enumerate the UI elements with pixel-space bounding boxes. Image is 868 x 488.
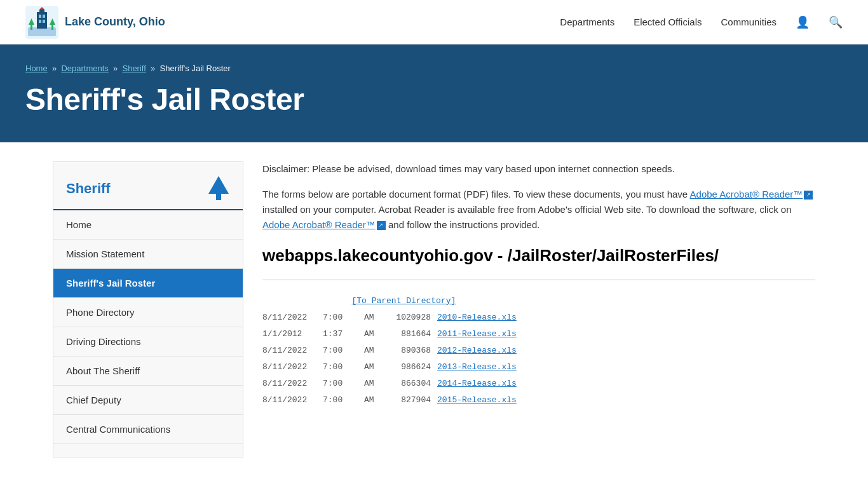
svg-rect-5 <box>39 15 41 18</box>
site-logo[interactable]: Lake County, Ohio <box>25 6 165 39</box>
sidebar-item-driving-directions[interactable]: Driving Directions <box>53 327 243 356</box>
svg-rect-14 <box>216 194 221 200</box>
file-date: 8/11/2022 <box>262 376 316 392</box>
site-header: Lake County, Ohio Departments Elected Of… <box>0 0 868 44</box>
file-row: 8/11/2022 7:00 AM 866304 2014-Release.xl… <box>262 376 815 392</box>
file-ampm: AM <box>364 342 380 359</box>
sidebar-item-home[interactable]: Home <box>53 210 243 240</box>
parent-directory-link[interactable]: [To Parent Directory] <box>262 293 815 309</box>
para1-after: and follow the instructions provided. <box>386 219 540 230</box>
para1-middle: installed on your computer. Acrobat Read… <box>262 204 792 215</box>
file-date: 8/11/2022 <box>262 309 316 326</box>
search-icon[interactable]: 🔍 <box>829 15 843 29</box>
file-size: 881664 <box>386 326 431 342</box>
file-row: 8/11/2022 7:00 AM 890368 2012-Release.xl… <box>262 342 815 359</box>
external-link-icon-2: ↗ <box>377 221 386 230</box>
main-nav: Departments Elected Officials Communitie… <box>560 15 843 29</box>
logo-svg <box>25 6 58 39</box>
nav-departments[interactable]: Departments <box>560 17 614 27</box>
file-link[interactable]: 2015-Release.xls <box>437 392 517 409</box>
svg-rect-8 <box>43 20 45 23</box>
sidebar-pin-icon <box>207 175 230 203</box>
file-row: 8/11/2022 7:00 AM 1020928 2010-Release.x… <box>262 309 815 326</box>
nav-communities[interactable]: Communities <box>721 17 776 27</box>
file-row: 8/11/2022 7:00 AM 986624 2013-Release.xl… <box>262 359 815 376</box>
file-listing-title: webapps.lakecountyohio.gov - /JailRoster… <box>262 245 815 267</box>
file-link[interactable]: 2014-Release.xls <box>437 376 517 392</box>
external-link-icon-1: ↗ <box>804 191 813 200</box>
file-time: 7:00 <box>323 376 358 392</box>
svg-rect-3 <box>39 10 44 15</box>
file-link[interactable]: 2010-Release.xls <box>437 309 517 326</box>
file-link[interactable]: 2012-Release.xls <box>437 342 517 359</box>
file-ampm: AM <box>364 376 380 392</box>
sidebar: Sheriff Home Mission Statement Sheriff's… <box>53 161 243 458</box>
file-listing: [To Parent Directory] 8/11/2022 7:00 AM … <box>262 293 815 409</box>
file-link[interactable]: 2011-Release.xls <box>437 326 517 342</box>
sidebar-title: Sheriff <box>66 180 111 197</box>
acrobat-link-1[interactable]: Adobe Acrobat® Reader™ <box>690 189 803 200</box>
breadcrumb-current: Sheriff's Jail Roster <box>160 64 231 73</box>
breadcrumb-sheriff[interactable]: Sheriff <box>122 64 146 73</box>
disclaimer-text: Disclaimer: Please be advised, download … <box>262 161 815 177</box>
file-date: 8/11/2022 <box>262 342 316 359</box>
hero-banner: Home » Departments » Sheriff » Sheriff's… <box>0 44 868 142</box>
file-listing-divider <box>262 280 815 280</box>
nav-elected-officials[interactable]: Elected Officials <box>634 17 702 27</box>
file-size: 866304 <box>386 376 431 392</box>
file-size: 890368 <box>386 342 431 359</box>
sidebar-item-about-the-sheriff[interactable]: About The Sheriff <box>53 356 243 386</box>
svg-rect-6 <box>43 15 45 18</box>
page-title: Sheriff's Jail Roster <box>25 82 843 117</box>
file-time: 7:00 <box>323 342 358 359</box>
sidebar-item-mission-statement[interactable]: Mission Statement <box>53 240 243 269</box>
file-time: 1:37 <box>323 326 358 342</box>
logo-text: Lake County, Ohio <box>65 15 165 29</box>
file-size: 1020928 <box>386 309 431 326</box>
file-size: 986624 <box>386 359 431 376</box>
sidebar-item-central-communications[interactable]: Central Communications <box>53 415 243 444</box>
file-ampm: AM <box>364 326 380 342</box>
file-row: 8/11/2022 7:00 AM 827904 2015-Release.xl… <box>262 392 815 409</box>
file-time: 7:00 <box>323 392 358 409</box>
pdf-info-para: The forms below are portable document fo… <box>262 187 815 233</box>
file-date: 8/11/2022 <box>262 359 316 376</box>
breadcrumb: Home » Departments » Sheriff » Sheriff's… <box>25 64 843 73</box>
svg-rect-9 <box>31 25 32 30</box>
svg-rect-7 <box>39 20 41 23</box>
main-layout: Sheriff Home Mission Statement Sheriff's… <box>27 142 841 477</box>
file-ampm: AM <box>364 359 380 376</box>
sidebar-nav: Home Mission Statement Sheriff's Jail Ro… <box>53 210 243 444</box>
file-date: 1/1/2012 <box>262 326 316 342</box>
file-date: 8/11/2022 <box>262 392 316 409</box>
main-content: Disclaimer: Please be advised, download … <box>262 161 815 458</box>
breadcrumb-home[interactable]: Home <box>25 64 48 73</box>
svg-marker-13 <box>208 176 229 194</box>
file-size: 827904 <box>386 392 431 409</box>
sidebar-header: Sheriff <box>53 175 243 210</box>
para1-before-link1: The forms below are portable document fo… <box>262 189 690 200</box>
account-icon[interactable]: 👤 <box>796 15 810 29</box>
file-ampm: AM <box>364 309 380 326</box>
file-time: 7:00 <box>323 309 358 326</box>
file-ampm: AM <box>364 392 380 409</box>
svg-rect-11 <box>51 25 53 30</box>
file-row: 1/1/2012 1:37 AM 881664 2011-Release.xls <box>262 326 815 342</box>
acrobat-link-2[interactable]: Adobe Acrobat® Reader™ <box>262 219 376 230</box>
file-time: 7:00 <box>323 359 358 376</box>
breadcrumb-departments[interactable]: Departments <box>61 64 108 73</box>
sidebar-item-sheriffs-jail-roster[interactable]: Sheriff's Jail Roster <box>53 269 243 298</box>
sidebar-item-phone-directory[interactable]: Phone Directory <box>53 298 243 327</box>
file-link[interactable]: 2013-Release.xls <box>437 359 517 376</box>
sidebar-item-chief-deputy[interactable]: Chief Deputy <box>53 386 243 415</box>
